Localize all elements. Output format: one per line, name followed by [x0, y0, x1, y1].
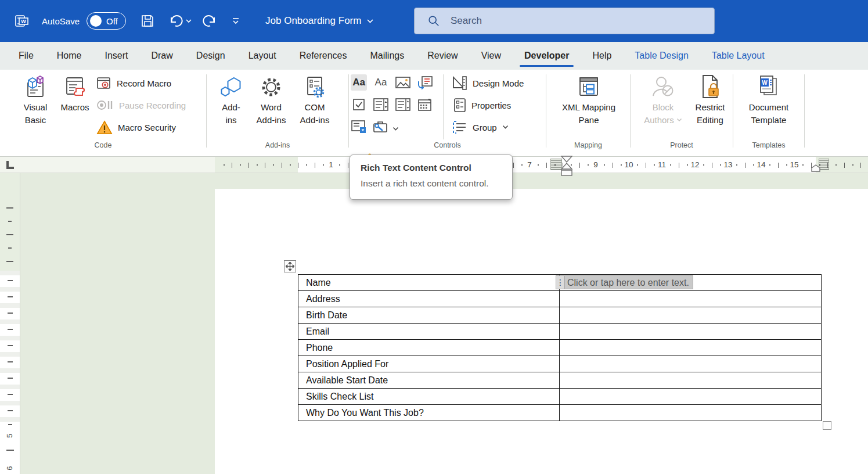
field-label-cell[interactable]: Phone [298, 340, 560, 356]
tab-layout[interactable]: Layout [237, 42, 288, 70]
search-input[interactable]: Search [414, 8, 715, 34]
pause-recording-button: Pause Recording [96, 97, 186, 113]
building-block-gallery-control-button[interactable] [417, 74, 433, 91]
block-authors-button: Block Authors [639, 74, 687, 126]
undo-button[interactable] [168, 13, 183, 28]
indent-markers[interactable] [560, 156, 575, 180]
tab-insert[interactable]: Insert [93, 42, 139, 70]
mapping-group-label: Mapping [546, 141, 630, 149]
ruler-tick [637, 164, 638, 166]
field-value-cell[interactable] [560, 324, 821, 339]
field-value-cell[interactable] [560, 356, 821, 372]
vertical-ruler[interactable]: 56 [0, 173, 20, 474]
add-ins-button[interactable]: Add- ins [213, 74, 250, 126]
restrict-editing-button[interactable]: Restrict Editing [686, 74, 734, 126]
visual-basic-button[interactable]: Visual Basic [16, 74, 55, 126]
tab-review[interactable]: Review [416, 42, 469, 70]
field-value-cell[interactable] [560, 291, 821, 307]
ruler-tick [348, 163, 348, 168]
ruler-number: 11 [656, 160, 668, 169]
ruler-tick [538, 164, 539, 166]
ruler-tick [703, 164, 704, 166]
field-label-cell[interactable]: Birth Date [298, 307, 560, 323]
redo-button[interactable] [203, 13, 218, 28]
design-mode-button[interactable]: Design Mode [452, 75, 524, 91]
tooltip: Rich Text Content Control Insert a rich … [350, 155, 513, 200]
document-title[interactable]: Job Onboarding Form [265, 15, 374, 27]
content-control-placeholder[interactable]: Click or tap here to enter text. [565, 276, 693, 289]
group-separator [630, 74, 631, 148]
rich-text-content-control-button[interactable]: Aa [351, 74, 367, 91]
ruler-tick [786, 164, 787, 166]
field-label-cell[interactable]: Why Do You Want This Job? [298, 405, 560, 421]
content-control-handle[interactable]: ⋮ [556, 276, 565, 289]
tab-mailings[interactable]: Mailings [359, 42, 416, 70]
ruler-tick [8, 410, 13, 411]
ruler-tick [802, 164, 804, 166]
tab-home[interactable]: Home [45, 42, 93, 70]
ruler-tick [273, 164, 274, 166]
group-button[interactable]: Group [452, 119, 509, 135]
field-value-cell[interactable] [560, 307, 821, 323]
table-resize-handle[interactable] [823, 421, 831, 430]
plain-text-content-control-button[interactable]: Aa [373, 74, 389, 91]
xml-mapping-pane-button[interactable]: XML Mapping Pane [556, 74, 622, 126]
word-add-ins-icon [260, 74, 283, 100]
save-button[interactable] [140, 13, 155, 28]
macro-security-button[interactable]: Macro Security [96, 119, 176, 135]
ruler-tick [290, 164, 291, 166]
combo-box-content-control-button[interactable] [373, 96, 389, 113]
ruler-tick [298, 163, 298, 168]
field-value-cell[interactable] [560, 372, 821, 388]
legacy-tools-button[interactable] [373, 119, 389, 135]
repeating-section-content-control-button[interactable] [351, 119, 367, 135]
field-label-cell[interactable]: Position Applied For [298, 356, 560, 372]
group-label: Group [473, 123, 497, 132]
tab-references[interactable]: References [288, 42, 359, 70]
right-indent-marker[interactable] [811, 164, 821, 175]
tab-file[interactable]: File [7, 42, 45, 70]
move-arrows-icon [286, 262, 294, 271]
tab-design[interactable]: Design [185, 42, 237, 70]
group-separator [804, 74, 805, 148]
tab-help[interactable]: Help [581, 42, 623, 70]
table-move-handle[interactable] [284, 260, 296, 272]
document-page[interactable]: Name ⋮ Click or tap here to enter text. … [215, 189, 868, 474]
word-add-ins-button[interactable]: Word Add-ins [251, 74, 291, 126]
tab-table-layout[interactable]: Table Layout [700, 42, 776, 70]
field-label-cell[interactable]: Skills Check List [298, 389, 560, 404]
tab-developer[interactable]: Developer [513, 42, 581, 70]
autosave-toggle[interactable]: Off [87, 12, 126, 30]
quick-access-overflow-button[interactable] [230, 16, 241, 26]
ruler-number: 5 [5, 430, 15, 441]
tab-table-design[interactable]: Table Design [623, 42, 700, 70]
dropdown-list-content-control-button[interactable] [395, 96, 411, 113]
row-band [0, 385, 20, 389]
design-mode-icon [452, 76, 467, 91]
field-label-cell[interactable]: Available Start Date [298, 372, 560, 388]
field-value-cell[interactable] [560, 340, 821, 356]
date-picker-content-control-button[interactable] [417, 96, 433, 113]
field-value-cell[interactable] [560, 405, 821, 421]
tab-selector[interactable] [5, 159, 16, 173]
field-label-cell[interactable]: Address [298, 291, 560, 307]
properties-button[interactable]: Properties [453, 97, 511, 113]
ruler-tick [8, 394, 13, 395]
macros-button[interactable]: Macros [56, 74, 94, 113]
record-macro-button[interactable]: Record Macro [96, 75, 171, 91]
undo-icon [168, 13, 183, 28]
field-label-cell[interactable]: Email [298, 324, 560, 339]
document-template-button[interactable]: W Document Template [744, 74, 793, 126]
legacy-tools-dropdown[interactable] [392, 123, 399, 134]
undo-dropdown[interactable] [185, 19, 192, 23]
picture-content-control-button[interactable] [395, 74, 411, 91]
tab-draw[interactable]: Draw [139, 42, 184, 70]
content-control[interactable]: ⋮ Click or tap here to enter text. [556, 275, 693, 289]
tab-view[interactable]: View [470, 42, 513, 70]
field-value-cell[interactable]: ⋮ Click or tap here to enter text. [560, 275, 821, 290]
field-value-cell[interactable] [560, 389, 821, 404]
ruler-tick [778, 163, 779, 168]
com-add-ins-button[interactable]: COM Add-ins [294, 74, 336, 126]
field-label-cell[interactable]: Name [298, 275, 560, 290]
checkbox-content-control-button[interactable] [351, 96, 367, 113]
